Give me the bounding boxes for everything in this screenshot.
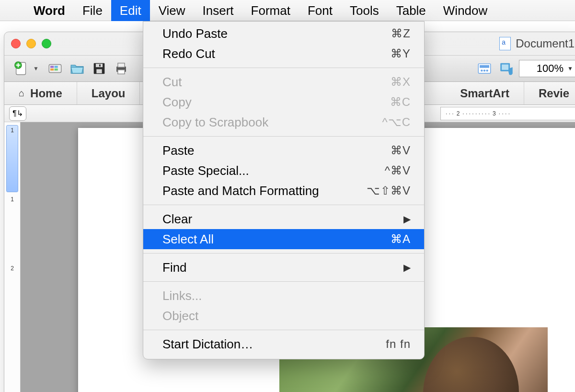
- open-button[interactable]: [68, 59, 87, 78]
- tab-home-label: Home: [30, 87, 62, 100]
- chevron-right-icon: ▶: [403, 213, 411, 225]
- menu-start-dictation[interactable]: Start Dictation… fn fn: [143, 334, 424, 354]
- svg-rect-4: [54, 66, 58, 68]
- vertical-ruler[interactable]: 1 1 2: [4, 122, 21, 392]
- menu-paste-match[interactable]: Paste and Match Formatting ⌥⇧⌘V: [143, 181, 424, 201]
- edit-menu-dropdown: Undo Paste ⌘Z Redo Cut ⌘Y Cut ⌘X Copy ⌘C…: [143, 21, 425, 359]
- svg-rect-3: [50, 66, 54, 68]
- menu-separator: [143, 330, 424, 330]
- svg-point-17: [483, 69, 485, 71]
- svg-rect-15: [480, 65, 489, 68]
- menu-find[interactable]: Find ▶: [143, 257, 424, 277]
- menu-separator: [143, 253, 424, 254]
- menu-separator: [143, 205, 424, 205]
- menubar-format[interactable]: Format: [242, 0, 299, 21]
- zoom-value: 100%: [537, 62, 564, 75]
- svg-rect-20: [502, 65, 508, 70]
- svg-rect-9: [96, 69, 102, 73]
- media-button[interactable]: [497, 59, 516, 78]
- zoom-combo[interactable]: 100% ▼: [519, 60, 575, 77]
- home-icon: ⌂: [19, 88, 24, 99]
- menu-links: Links...: [143, 286, 424, 306]
- menubar-insert[interactable]: Insert: [194, 0, 242, 21]
- menu-separator: [143, 68, 424, 68]
- print-button[interactable]: [112, 59, 131, 78]
- menu-paste[interactable]: Paste ⌘V: [143, 140, 424, 161]
- svg-rect-6: [54, 69, 58, 70]
- tab-smartart[interactable]: SmartArt: [446, 82, 524, 104]
- menubar-view[interactable]: View: [150, 0, 194, 21]
- menu-paste-special[interactable]: Paste Special... ^⌘V: [143, 161, 424, 181]
- menubar-edit[interactable]: Edit: [111, 0, 150, 21]
- tab-review-label: Revie: [539, 87, 569, 100]
- tab-layout-label: Layou: [92, 87, 126, 100]
- menu-object: Object: [143, 306, 424, 326]
- new-document-button[interactable]: [12, 59, 31, 78]
- menu-undo[interactable]: Undo Paste ⌘Z: [143, 23, 424, 44]
- menu-separator: [143, 281, 424, 282]
- menubar-font[interactable]: Font: [299, 0, 341, 21]
- menubar-tools[interactable]: Tools: [341, 0, 388, 21]
- svg-point-18: [486, 69, 488, 71]
- menu-cut: Cut ⌘X: [143, 72, 424, 92]
- menu-redo[interactable]: Redo Cut ⌘Y: [143, 44, 424, 64]
- menu-copy: Copy ⌘C: [143, 92, 424, 112]
- picture-button[interactable]: [475, 59, 494, 78]
- menubar: Word File Edit View Insert Format Font T…: [0, 0, 575, 21]
- svg-rect-10: [99, 65, 101, 67]
- tab-smartart-label: SmartArt: [460, 87, 509, 100]
- menubar-app[interactable]: Word: [25, 0, 74, 21]
- chevron-right-icon: ▶: [403, 262, 411, 273]
- menu-select-all[interactable]: Select All ⌘A: [143, 229, 424, 249]
- svg-point-16: [481, 69, 483, 71]
- tab-review[interactable]: Revie: [524, 82, 575, 104]
- chevron-down-icon[interactable]: ▼: [33, 65, 39, 72]
- menu-clear[interactable]: Clear ▶: [143, 209, 424, 229]
- chevron-down-icon: ▼: [567, 65, 573, 72]
- svg-rect-5: [50, 69, 54, 70]
- horizontal-ruler[interactable]: · · · 2 · · · · · · · · · 3 · · · ·: [440, 107, 575, 120]
- menubar-window[interactable]: Window: [435, 0, 496, 21]
- menu-separator: [143, 136, 424, 137]
- templates-button[interactable]: [46, 59, 65, 78]
- tab-home[interactable]: ⌂ Home: [4, 82, 77, 104]
- svg-rect-12: [118, 63, 125, 68]
- menubar-table[interactable]: Table: [388, 0, 435, 21]
- tab-layout[interactable]: Layou: [77, 82, 140, 104]
- window-title-text: Document1: [516, 37, 575, 50]
- svg-rect-13: [118, 70, 125, 74]
- menubar-file[interactable]: File: [74, 0, 111, 21]
- save-button[interactable]: [90, 59, 109, 78]
- document-icon: [499, 37, 511, 50]
- paragraph-direction-button[interactable]: ¶↳: [9, 106, 26, 121]
- menu-copy-scrapbook: Copy to Scrapbook ^⌥C: [143, 112, 424, 132]
